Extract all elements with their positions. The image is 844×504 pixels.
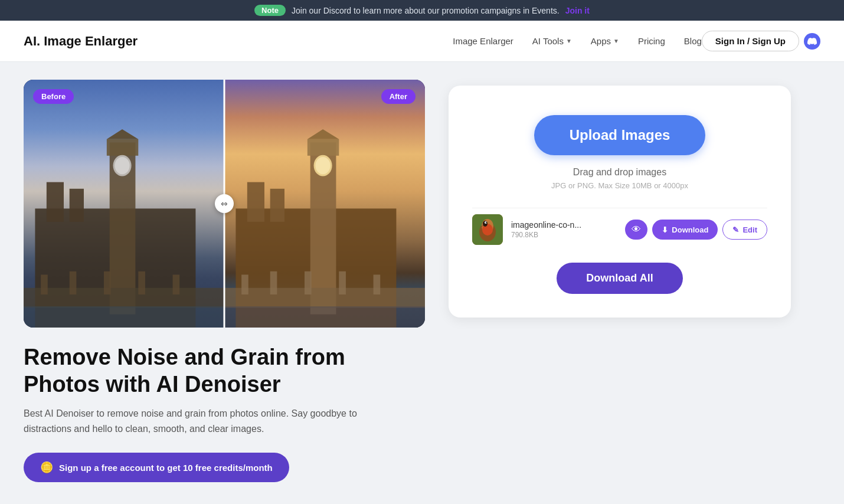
before-half: Before — [24, 80, 224, 328]
banner-message: Join our Discord to learn more about our… — [292, 6, 560, 15]
join-discord-link[interactable]: Join it — [565, 6, 590, 15]
eye-icon: 👁 — [632, 224, 641, 235]
svg-rect-4 — [107, 139, 138, 156]
coin-icon: 🪙 — [40, 461, 53, 474]
svg-rect-9 — [41, 274, 48, 294]
logo: AI. Image Enlarger — [24, 34, 138, 49]
nav-apps[interactable]: Apps ▼ — [591, 36, 619, 46]
svg-point-22 — [315, 157, 330, 174]
file-thumb-inner — [472, 214, 503, 245]
file-info: imageonline-co-n... 790.8KB — [511, 220, 617, 239]
svg-point-37 — [486, 222, 487, 223]
svg-rect-12 — [138, 271, 145, 294]
svg-rect-13 — [173, 274, 180, 294]
file-row: imageonline-co-n... 790.8KB 👁 ⬇ Download… — [472, 208, 767, 251]
file-name: imageonline-co-n... — [511, 220, 617, 230]
svg-rect-27 — [339, 271, 346, 294]
navbar: AI. Image Enlarger Image Enlarger AI Too… — [0, 21, 844, 62]
top-banner: Note Join our Discord to learn more abou… — [0, 0, 844, 21]
after-label: After — [381, 89, 416, 104]
file-thumbnail — [472, 214, 503, 245]
note-badge: Note — [254, 5, 286, 16]
svg-rect-26 — [305, 271, 312, 294]
after-half: After — [224, 80, 425, 328]
upload-card: Upload Images Drag and drop images JPG o… — [449, 86, 791, 318]
download-all-button[interactable]: Download All — [557, 263, 682, 294]
svg-marker-20 — [307, 129, 339, 139]
download-button[interactable]: ⬇ Download — [652, 220, 718, 240]
nav-blog[interactable]: Blog — [684, 36, 702, 46]
nav-links: Image Enlarger AI Tools ▼ Apps ▼ Pricing… — [453, 36, 702, 46]
svg-rect-23 — [224, 288, 425, 308]
main-content: Before — [0, 62, 844, 504]
svg-rect-29 — [224, 306, 425, 328]
svg-rect-2 — [70, 189, 84, 222]
divider-handle[interactable]: ⇔ — [215, 194, 234, 213]
svg-rect-17 — [270, 189, 284, 222]
signin-button[interactable]: Sign In / Sign Up — [702, 31, 799, 51]
edit-icon: ✎ — [732, 225, 739, 234]
svg-rect-16 — [247, 182, 264, 222]
preview-button[interactable]: 👁 — [625, 220, 647, 240]
ai-tools-arrow: ▼ — [566, 38, 572, 44]
nav-pricing[interactable]: Pricing — [638, 36, 665, 46]
file-size: 790.8KB — [511, 231, 617, 239]
before-label: Before — [33, 89, 74, 104]
discord-icon[interactable] — [804, 33, 820, 50]
svg-rect-19 — [307, 139, 339, 156]
before-after-container[interactable]: Before — [24, 80, 425, 328]
download-icon: ⬇ — [662, 225, 668, 234]
upload-button[interactable]: Upload Images — [534, 115, 706, 155]
apps-arrow: ▼ — [613, 38, 619, 44]
nav-image-enlarger[interactable]: Image Enlarger — [453, 36, 513, 46]
svg-rect-24 — [241, 274, 248, 294]
svg-rect-1 — [47, 182, 64, 222]
left-panel: Before — [24, 80, 425, 493]
hero-headline: Remove Noise and Grain from Photos with … — [24, 344, 425, 398]
svg-rect-14 — [24, 306, 224, 328]
svg-point-7 — [115, 157, 129, 174]
edit-button[interactable]: ✎ Edit — [722, 220, 767, 240]
nav-ai-tools[interactable]: AI Tools ▼ — [532, 36, 572, 46]
hero-subtext: Best AI Denoiser to remove noise and gra… — [24, 406, 378, 436]
right-panel: Upload Images Drag and drop images JPG o… — [449, 80, 791, 493]
drag-drop-text: Drag and drop images — [573, 167, 666, 178]
file-actions: 👁 ⬇ Download ✎ Edit — [625, 220, 767, 240]
svg-rect-28 — [374, 274, 381, 294]
svg-rect-11 — [104, 271, 111, 294]
svg-rect-10 — [70, 271, 77, 294]
svg-rect-25 — [270, 271, 277, 294]
svg-marker-5 — [107, 129, 138, 139]
svg-rect-8 — [24, 288, 224, 308]
file-info-text: JPG or PNG. Max Size 10MB or 4000px — [551, 181, 688, 190]
signup-button[interactable]: 🪙 Sign up a free account to get 10 free … — [24, 453, 289, 482]
